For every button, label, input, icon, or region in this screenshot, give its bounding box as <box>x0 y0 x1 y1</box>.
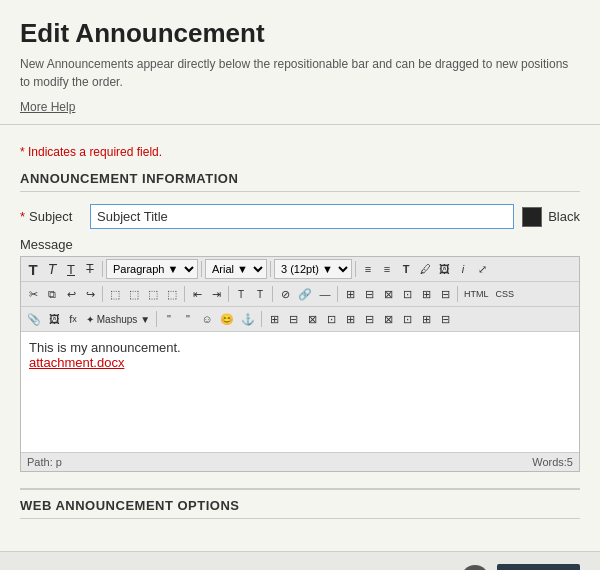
page-description: New Announcements appear directly below … <box>20 55 580 91</box>
toolbar-sep-2 <box>201 261 202 277</box>
size-select[interactable]: 3 (12pt) ▼ <box>274 259 352 279</box>
mashups-button[interactable]: ✦ Mashups ▼ <box>83 309 153 329</box>
hr-button[interactable]: — <box>316 284 334 304</box>
message-label: Message <box>20 237 580 252</box>
italic2-button[interactable]: i <box>454 259 472 279</box>
fullscreen-button[interactable]: ⤢ <box>473 259 491 279</box>
table3-button[interactable]: ⊠ <box>379 284 397 304</box>
image-button[interactable]: 🖼 <box>435 259 453 279</box>
toolbar-sep-5 <box>102 286 103 302</box>
editor-container: T T T T Paragraph ▼ Arial ▼ 3 (12pt) ▼ ≡… <box>20 256 580 472</box>
step-badge: 1 <box>461 565 489 570</box>
grid3-button[interactable]: ⊠ <box>303 309 321 329</box>
anchor-button[interactable]: ⚓ <box>238 309 258 329</box>
undo-button[interactable]: ↩ <box>62 284 80 304</box>
editor-body[interactable]: This is my announcement. attachment.docx <box>21 332 579 452</box>
font-select[interactable]: Arial ▼ <box>205 259 267 279</box>
media-button[interactable]: 🖼 <box>45 309 63 329</box>
table5-button[interactable]: ⊞ <box>417 284 435 304</box>
smiley2-button[interactable]: 😊 <box>217 309 237 329</box>
toolbar-sep-10 <box>457 286 458 302</box>
toolbar-sep-3 <box>270 261 271 277</box>
toolbar-sep-8 <box>272 286 273 302</box>
link-button[interactable]: 🔗 <box>295 284 315 304</box>
toolbar-sep-4 <box>355 261 356 277</box>
smiley-button[interactable]: ☺ <box>198 309 216 329</box>
bottom-bar: Click Submit to finish. Click Cancel to … <box>0 551 600 570</box>
align-right-button[interactable]: ⬚ <box>144 284 162 304</box>
html-button[interactable]: HTML <box>461 284 492 304</box>
cut-button[interactable]: ✂ <box>24 284 42 304</box>
grid4-button[interactable]: ⊡ <box>322 309 340 329</box>
align-center-button[interactable]: ⬚ <box>125 284 143 304</box>
quote-open-button[interactable]: " <box>160 309 178 329</box>
subject-label: * Subject <box>20 209 90 224</box>
more-help-link[interactable]: More Help <box>20 100 75 114</box>
submit-button[interactable]: Submit <box>497 564 580 570</box>
copy-button[interactable]: ⧉ <box>43 284 61 304</box>
ordered-list-button[interactable]: ≡ <box>378 259 396 279</box>
grid2-button[interactable]: ⊟ <box>284 309 302 329</box>
grid7-button[interactable]: ⊠ <box>379 309 397 329</box>
toolbar-sep-12 <box>261 311 262 327</box>
web-options-section: WEB ANNOUNCEMENT OPTIONS <box>20 488 580 519</box>
required-note: * Indicates a required field. <box>20 145 580 159</box>
text-color-button[interactable]: T <box>397 259 415 279</box>
page-title: Edit Announcement <box>20 18 580 49</box>
submit-area: 1 Submit <box>461 564 580 570</box>
unordered-list-button[interactable]: ≡ <box>359 259 377 279</box>
color-swatch[interactable] <box>522 207 542 227</box>
editor-attachment-link[interactable]: attachment.docx <box>29 355 124 370</box>
bold-button[interactable]: T <box>24 259 42 279</box>
toolbar-sep-6 <box>184 286 185 302</box>
table2-button[interactable]: ⊟ <box>360 284 378 304</box>
toolbar-sep-9 <box>337 286 338 302</box>
strikethrough-button[interactable]: T <box>81 259 99 279</box>
table-button[interactable]: ⊞ <box>341 284 359 304</box>
align-justify-button[interactable]: ⬚ <box>163 284 181 304</box>
italic-button[interactable]: T <box>43 259 61 279</box>
required-star: * <box>20 209 25 224</box>
announcement-section-header: ANNOUNCEMENT INFORMATION <box>20 171 580 192</box>
color-label: Black <box>548 209 580 224</box>
grid1-button[interactable]: ⊞ <box>265 309 283 329</box>
attach-button[interactable]: 📎 <box>24 309 44 329</box>
subject-field-row: * Subject Black <box>20 204 580 229</box>
remove-format-button[interactable]: ⊘ <box>276 284 294 304</box>
toolbar-sep-1 <box>102 261 103 277</box>
toolbar-row-2: ✂ ⧉ ↩ ↪ ⬚ ⬚ ⬚ ⬚ ⇤ ⇥ T T ⊘ 🔗 — ⊞ ⊟ ⊠ ⊡ ⊞ <box>21 282 579 307</box>
grid9-button[interactable]: ⊞ <box>417 309 435 329</box>
subscript-button[interactable]: T <box>251 284 269 304</box>
toolbar-row-1: T T T T Paragraph ▼ Arial ▼ 3 (12pt) ▼ ≡… <box>21 257 579 282</box>
grid5-button[interactable]: ⊞ <box>341 309 359 329</box>
page-header: Edit Announcement New Announcements appe… <box>0 0 600 125</box>
align-left-button[interactable]: ⬚ <box>106 284 124 304</box>
quote-close-button[interactable]: " <box>179 309 197 329</box>
toolbar-sep-7 <box>228 286 229 302</box>
editor-content-line1: This is my announcement. <box>29 340 571 355</box>
toolbar-row-3: 📎 🖼 fx ✦ Mashups ▼ " " ☺ 😊 ⚓ ⊞ ⊟ ⊠ ⊡ ⊞ ⊟… <box>21 307 579 332</box>
highlight-button[interactable]: 🖊 <box>416 259 434 279</box>
superscript-button[interactable]: T <box>232 284 250 304</box>
editor-path: Path: p <box>27 456 62 468</box>
grid8-button[interactable]: ⊡ <box>398 309 416 329</box>
grid10-button[interactable]: ⊟ <box>436 309 454 329</box>
outdent-button[interactable]: ⇤ <box>188 284 206 304</box>
indent-button[interactable]: ⇥ <box>207 284 225 304</box>
editor-words: Words:5 <box>532 456 573 468</box>
redo-button[interactable]: ↪ <box>81 284 99 304</box>
table4-button[interactable]: ⊡ <box>398 284 416 304</box>
toolbar-sep-11 <box>156 311 157 327</box>
subject-input[interactable] <box>90 204 514 229</box>
css-button[interactable]: CSS <box>493 284 518 304</box>
paragraph-select[interactable]: Paragraph ▼ <box>106 259 198 279</box>
web-options-header: WEB ANNOUNCEMENT OPTIONS <box>20 498 580 519</box>
content-area: * Indicates a required field. ANNOUNCEME… <box>0 125 600 541</box>
table6-button[interactable]: ⊟ <box>436 284 454 304</box>
grid6-button[interactable]: ⊟ <box>360 309 378 329</box>
editor-footer: Path: p Words:5 <box>21 452 579 471</box>
underline-button[interactable]: T <box>62 259 80 279</box>
formula-button[interactable]: fx <box>64 309 82 329</box>
